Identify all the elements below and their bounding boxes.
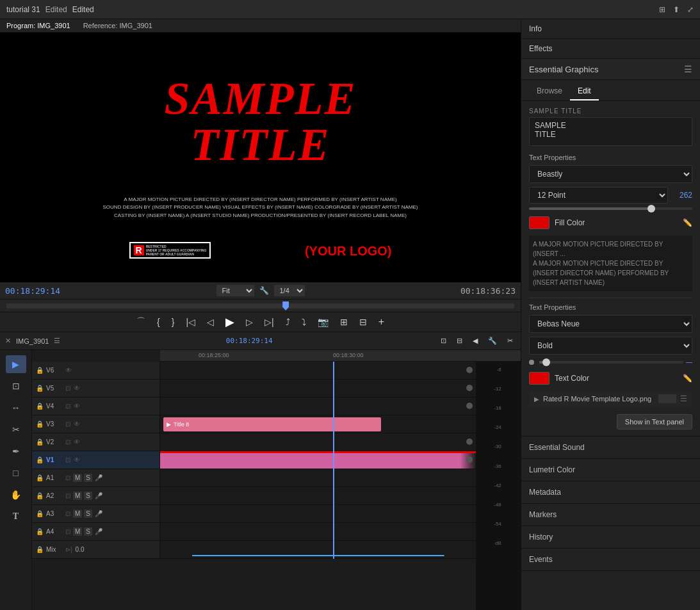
font-size-select-1[interactable]: 12 Point 8 Point 10 Point 14 Point 18 Po… [529, 187, 668, 204]
lock-icon-v2[interactable]: 🔒 [36, 438, 44, 445]
overwrite-button[interactable]: ⊟ [357, 314, 370, 330]
lock-icon-a2[interactable]: 🔒 [36, 492, 44, 499]
track-a3-sync[interactable]: ⊡ [65, 510, 71, 518]
solo-a4[interactable]: S [84, 527, 92, 536]
track-v2-visibility[interactable]: 👁 [73, 438, 81, 446]
timeline-razor[interactable]: ✂ [505, 334, 516, 348]
play-button[interactable]: ▶ [223, 312, 237, 332]
tab-edit[interactable]: Edit [570, 84, 599, 100]
export-frame-button[interactable]: 📷 [315, 314, 331, 330]
panel-icon[interactable]: ⊞ [659, 5, 665, 14]
track-a1-sync[interactable]: ⊡ [65, 474, 71, 482]
solo-a1[interactable]: S [84, 474, 92, 482]
sequence-menu-icon[interactable]: ☰ [54, 337, 60, 345]
pen-tool[interactable]: ✒ [6, 442, 26, 460]
section-markers[interactable]: Markers [521, 504, 700, 526]
track-v1-sync[interactable]: ⊡ [65, 456, 71, 464]
eg-menu-icon[interactable]: ☰ [684, 64, 692, 74]
track-v5-visibility[interactable]: 👁 [73, 384, 81, 392]
mark-clip-button[interactable]: { [154, 314, 163, 330]
mute-a4[interactable]: M [73, 527, 82, 536]
scrubber-head[interactable] [282, 301, 289, 310]
lock-icon-v6[interactable]: 🔒 [36, 367, 44, 374]
go-to-in-button[interactable]: |◁ [183, 314, 198, 330]
lock-icon-v3[interactable]: 🔒 [36, 421, 44, 428]
lock-icon-a3[interactable]: 🔒 [36, 510, 44, 517]
fit-select[interactable]: Fit25%50%100% [216, 285, 254, 296]
section-history[interactable]: History [521, 526, 700, 549]
track-v4-visibility[interactable]: 👁 [73, 402, 81, 410]
effects-section-header[interactable]: Effects [521, 39, 700, 58]
insert-button[interactable]: ⊞ [338, 314, 350, 330]
lock-icon-a1[interactable]: 🔒 [36, 474, 44, 481]
font-select-2[interactable]: Bebas Neue [529, 315, 692, 333]
mute-a2[interactable]: M [73, 492, 82, 500]
step-forward-button[interactable]: ▷ [243, 314, 256, 330]
select-tool[interactable]: ▶ [6, 355, 26, 373]
track-a1-mic[interactable]: 🎤 [94, 474, 103, 482]
layer-menu-icon[interactable]: ☰ [680, 394, 687, 403]
size-slider-thumb-2[interactable] [542, 358, 550, 366]
lock-icon-v1[interactable]: 🔒 [36, 456, 44, 463]
go-to-out-button[interactable]: ▷| [262, 314, 277, 330]
mix-goto-button[interactable]: ⊳| [65, 545, 73, 554]
track-a4-sync[interactable]: ⊡ [65, 527, 71, 536]
track-a4-mic[interactable]: 🎤 [94, 527, 103, 536]
resolution-select[interactable]: 1/4Full1/21/8 [274, 285, 305, 296]
text-color-picker-icon[interactable]: ✏️ [683, 374, 692, 383]
mute-a3[interactable]: M [73, 510, 82, 518]
ripple-edit-tool[interactable]: ↔ [6, 399, 26, 417]
hand-tool[interactable]: ✋ [6, 486, 26, 504]
size-slider-track-2[interactable] [539, 361, 683, 364]
mark-out-button[interactable]: } [169, 314, 177, 330]
size-slider-track[interactable] [529, 207, 692, 210]
extract-button[interactable]: ⤵ [299, 314, 309, 330]
mute-a1[interactable]: M [73, 474, 82, 482]
track-v6-visibility[interactable]: 👁 [65, 366, 72, 374]
show-in-text-panel-button[interactable]: Show in Text panel [617, 414, 692, 429]
track-select-tool[interactable]: ⊡ [6, 377, 26, 395]
track-v3-visibility[interactable]: 👁 [73, 420, 81, 428]
tab-browse[interactable]: Browse [529, 84, 570, 100]
wrench-icon[interactable]: 🔧 [259, 286, 269, 295]
title-clip[interactable]: ▶ Title 8 [163, 417, 381, 431]
timeline-tool2[interactable]: ⊟ [454, 334, 465, 348]
track-v5-sync[interactable]: ⊡ [65, 384, 71, 392]
add-button[interactable]: + [376, 314, 387, 330]
section-lumetri-color[interactable]: Lumetri Color [521, 459, 700, 481]
info-section-header[interactable]: Info [521, 19, 700, 38]
lift-button[interactable]: ⤴ [283, 314, 293, 330]
track-a2-mic[interactable]: 🎤 [94, 492, 103, 500]
track-v2-sync[interactable]: ⊡ [65, 438, 71, 446]
layer-expand-icon[interactable]: ▶ [534, 396, 539, 403]
fullscreen-icon[interactable]: ⤢ [687, 5, 694, 14]
track-v1-visibility[interactable]: 👁 [73, 456, 81, 464]
section-metadata[interactable]: Metadata [521, 481, 700, 504]
track-v4-sync[interactable]: ⊡ [65, 402, 71, 410]
size-slider-thumb[interactable] [647, 205, 655, 213]
lock-icon-a4[interactable]: 🔒 [36, 528, 44, 535]
track-a2-sync[interactable]: ⊡ [65, 492, 71, 500]
step-back-button[interactable]: ◁ [204, 314, 216, 330]
rectangle-tool[interactable]: □ [6, 464, 26, 482]
timeline-tool3[interactable]: ◀ [470, 334, 480, 348]
lock-icon-v4[interactable]: 🔒 [36, 403, 44, 410]
solo-a2[interactable]: S [84, 492, 92, 500]
timeline-settings[interactable]: 🔧 [485, 334, 500, 348]
track-v3-sync[interactable]: ⊡ [65, 420, 71, 428]
solo-a3[interactable]: S [84, 510, 92, 518]
timeline-playhead[interactable] [333, 362, 334, 559]
fill-color-swatch[interactable] [529, 216, 549, 229]
type-tool[interactable]: T [6, 508, 26, 526]
text-color-swatch[interactable] [529, 372, 549, 385]
scrubber-bar[interactable] [6, 303, 514, 309]
lock-icon-mix[interactable]: 🔒 [36, 546, 44, 553]
scrubber[interactable] [0, 299, 521, 312]
font-style-select[interactable]: Bold Regular Italic Bold Italic [529, 337, 692, 355]
export-icon[interactable]: ⬆ [673, 5, 680, 14]
close-sequence-icon[interactable]: ✕ [5, 337, 11, 345]
mark-in-button[interactable]: ⌒ [134, 314, 148, 330]
timeline-tool1[interactable]: ⊡ [438, 334, 449, 348]
fill-color-picker-icon[interactable]: ✏️ [683, 218, 692, 227]
section-events[interactable]: Events [521, 549, 700, 571]
